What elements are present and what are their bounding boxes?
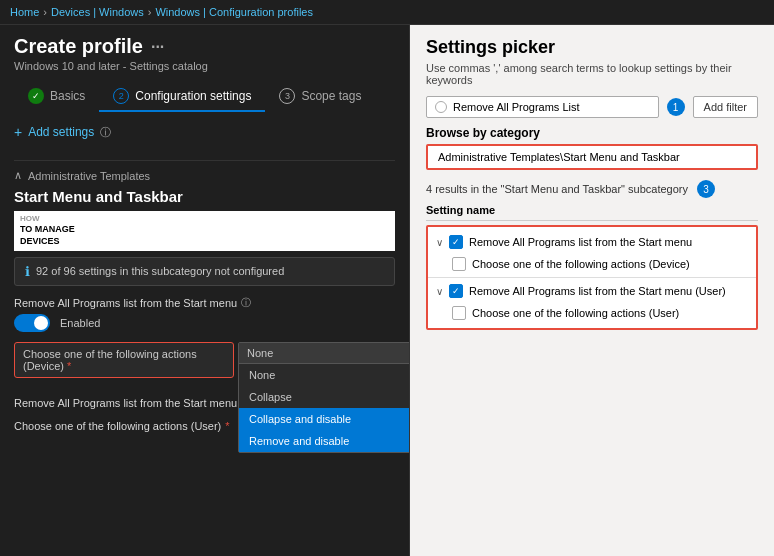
result-unchecked-2[interactable]	[452, 257, 466, 271]
right-panel: Settings picker Use commas ',' among sea…	[410, 25, 774, 556]
left-panel: Create profile ··· Windows 10 and later …	[0, 25, 410, 556]
result-item-1[interactable]: ∨ ✓ Remove All Programs list from the St…	[428, 231, 756, 253]
dropdown-popup: None None Collapse Collapse and disable …	[238, 342, 410, 453]
result-item-2[interactable]: Choose one of the following actions (Dev…	[428, 253, 756, 275]
page-title: Create profile ···	[14, 35, 164, 58]
browse-category-label: Browse by category	[426, 126, 758, 140]
breadcrumb-home[interactable]: Home	[10, 6, 39, 18]
tab-config-num-icon: 2	[113, 88, 129, 104]
section-chevron-icon: ∧	[14, 169, 22, 182]
settings-picker-desc: Use commas ',' among search terms to loo…	[426, 62, 758, 86]
dropdown-item-collapse-disable[interactable]: Collapse and disable	[239, 408, 410, 430]
tab-scope-tags[interactable]: 3 Scope tags	[265, 82, 375, 112]
result-checked-1[interactable]: ✓	[449, 235, 463, 249]
info-icon: ℹ	[25, 264, 30, 279]
info-bar: ℹ 92 of 96 settings in this subcategory …	[14, 257, 395, 286]
results-list: ∨ ✓ Remove All Programs list from the St…	[426, 225, 758, 330]
dropdown-device-actions[interactable]: Choose one of the following actions (Dev…	[14, 342, 234, 378]
results-header: 4 results in the "Start Menu and Taskbar…	[426, 180, 758, 198]
tab-basics-check-icon: ✓	[28, 88, 44, 104]
section-header: ∧ Administrative Templates	[14, 169, 395, 182]
breadcrumb-devices-windows[interactable]: Devices | Windows	[51, 6, 144, 18]
add-settings-info-icon: ⓘ	[100, 125, 111, 140]
setting-row-1: Remove All Programs list from the Start …	[14, 296, 395, 332]
result-item-3[interactable]: ∨ ✓ Remove All Programs list from the St…	[428, 280, 756, 302]
dropdown-item-none[interactable]: None	[239, 364, 410, 386]
tab-configuration-settings[interactable]: 2 Configuration settings	[99, 82, 265, 112]
watermark: HOW TO MANAGE DEVICES	[14, 211, 395, 251]
result-checked-3[interactable]: ✓	[449, 284, 463, 298]
search-input[interactable]	[453, 101, 650, 113]
section-title: Start Menu and Taskbar	[14, 188, 395, 205]
search-circle-icon	[435, 101, 447, 113]
tabs-container: ✓ Basics 2 Configuration settings 3 Scop…	[14, 82, 395, 112]
dropdown-popup-header: None	[239, 343, 410, 364]
badge-1: 1	[667, 98, 685, 116]
settings-picker-title: Settings picker	[426, 37, 758, 58]
setting-1-info-icon[interactable]: ⓘ	[241, 296, 251, 310]
dropdown-item-collapse[interactable]: Collapse	[239, 386, 410, 408]
result-unchecked-4[interactable]	[452, 306, 466, 320]
breadcrumb-config-profiles[interactable]: Windows | Configuration profiles	[155, 6, 313, 18]
add-settings-button[interactable]: + Add settings ⓘ	[14, 124, 395, 140]
result-chevron-3: ∨	[436, 286, 443, 297]
search-row: 1 Add filter	[426, 96, 758, 118]
search-box[interactable]	[426, 96, 659, 118]
setting-name-col-label: Setting name	[426, 204, 758, 221]
result-item-4[interactable]: Choose one of the following actions (Use…	[428, 302, 756, 324]
breadcrumb: Home › Devices | Windows › Windows | Con…	[0, 0, 774, 25]
add-filter-button[interactable]: Add filter	[693, 96, 758, 118]
badge-3: 3	[697, 180, 715, 198]
toggle-remove-all-programs[interactable]	[14, 314, 50, 332]
category-box[interactable]: Administrative Templates\Start Menu and …	[426, 144, 758, 170]
tab-basics[interactable]: ✓ Basics	[14, 82, 99, 112]
page-subtitle: Windows 10 and later - Settings catalog	[14, 60, 395, 72]
result-chevron-1: ∨	[436, 237, 443, 248]
dropdown-item-remove-disable[interactable]: Remove and disable	[239, 430, 410, 452]
tab-scope-num-icon: 3	[279, 88, 295, 104]
dropdown-section: Choose one of the following actions (Dev…	[14, 342, 395, 380]
